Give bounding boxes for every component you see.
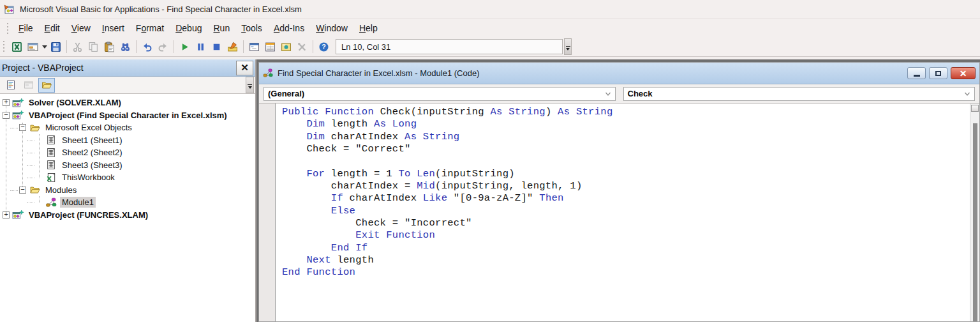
undo-icon [142,42,152,52]
toolbar-separator [174,40,174,53]
project-explorer-button[interactable] [246,39,262,54]
folder-icon [29,185,41,195]
tree-item-label: Sheet2 (Sheet2) [60,147,124,158]
cut-button[interactable] [70,39,85,54]
properties-window-button[interactable] [262,39,278,54]
tree-guide-stub [27,153,34,153]
object-dropdown[interactable]: (General) [264,87,616,101]
toolbar-grip[interactable] [3,40,5,54]
restore-button[interactable] [929,67,947,79]
tree-item[interactable]: Sheet2 (Sheet2) [0,146,255,159]
tree-item-label: Sheet3 (Sheet3) [60,160,124,171]
tree-item-label: Sheet1 (Sheet1) [60,135,124,146]
code-line: End Function [282,266,970,279]
toggle-folders-icon [41,80,52,90]
reset-button[interactable] [209,39,225,54]
object-browser-button[interactable] [278,39,294,54]
menu-debug[interactable]: Debug [170,21,207,35]
collapse-icon[interactable]: − [19,187,26,194]
code-window: Find Special Character in Excel.xlsm - M… [258,62,980,322]
view-excel-button[interactable] [9,39,25,54]
code-line: For length = 1 To Len(inputString) [282,168,970,180]
tree-item[interactable]: −Modules [0,184,255,197]
insert-userform-dropdown-button[interactable] [41,39,48,54]
code-line: Public Function Check(inputString As Str… [282,106,970,118]
tree-item[interactable]: Sheet3 (Sheet3) [0,159,255,172]
menu-format[interactable]: Format [130,21,170,35]
redo-button[interactable] [155,39,171,54]
margin-indicator-bar[interactable] [259,103,276,321]
tree-item[interactable]: −VBAProject (Find Special Character in E… [0,109,255,122]
toolbar-separator [136,40,137,53]
expand-icon[interactable]: + [3,211,10,218]
view-object-button[interactable] [20,78,37,93]
close-icon: ✕ [960,68,967,79]
menu-insert[interactable]: Insert [96,21,130,35]
tree-item[interactable]: −Microsoft Excel Objects [0,121,255,134]
view-code-button[interactable] [3,78,19,93]
design-mode-icon [227,42,238,52]
project-icon [12,98,24,108]
toolbar-separator [66,40,67,53]
code-line: charAtIndex = Mid(inputString, length, 1… [282,180,970,192]
toggle-folders-button[interactable] [38,78,55,93]
menu-help[interactable]: Help [353,21,383,35]
view-code-icon [6,80,16,90]
menu-grip[interactable] [6,22,9,34]
save-button[interactable] [48,39,64,54]
menu-file[interactable]: File [13,21,39,35]
minimize-button[interactable] [907,67,926,79]
toolbar-overflow-button[interactable] [564,38,572,55]
break-button[interactable] [193,39,209,54]
menu-addins[interactable]: Add-Ins [268,21,310,35]
tree-item[interactable]: ThisWorkbook [0,171,255,184]
help-icon: ? [318,42,329,52]
menu-tools[interactable]: Tools [235,21,268,35]
code-window-body: Public Function Check(inputString As Str… [259,103,979,321]
view-object-icon [24,80,34,90]
help-button[interactable]: ? [316,39,332,54]
undo-button[interactable] [139,39,155,54]
split-handle[interactable] [971,105,979,112]
collapse-icon[interactable]: − [19,124,26,131]
code-window-combo-row: (General) Check [259,84,979,103]
menu-edit[interactable]: Edit [39,21,66,35]
module-icon [45,197,57,208]
toolbar-separator [243,40,244,53]
paste-button[interactable] [101,39,117,54]
tree-item[interactable]: Sheet1 (Sheet1) [0,134,255,147]
toolbox-button[interactable] [294,39,310,54]
tree-item-label: ThisWorkbook [60,172,117,183]
project-panel-scroll-button[interactable] [246,77,254,93]
properties-window-icon [265,42,276,52]
menu-view[interactable]: View [66,21,96,35]
code-line: Dim length As Long [282,118,970,130]
project-panel-header: Project - VBAProject ✕ [0,59,255,77]
copy-button[interactable] [85,39,101,54]
expand-icon[interactable]: + [3,99,10,106]
workbook-icon [45,172,57,183]
project-tree: +Solver (SOLVER.XLAM)−VBAProject (Find S… [0,94,255,322]
scrollbar-thumb[interactable] [973,123,977,321]
close-button[interactable]: ✕ [951,67,976,79]
code-window-title: Find Special Character in Excel.xlsm - M… [278,68,907,78]
run-macro-button[interactable] [177,39,193,54]
tree-item[interactable]: +VBAProject (FUNCRES.XLAM) [0,209,255,222]
svg-text:?: ? [322,43,325,50]
paste-icon [104,42,115,52]
design-mode-button[interactable] [225,39,241,54]
chevron-down-icon [248,86,252,91]
code-editor[interactable]: Public Function Check(inputString As Str… [276,103,970,321]
collapse-icon[interactable]: − [3,112,10,119]
insert-userform-button[interactable] [25,39,41,54]
menu-run[interactable]: Run [207,21,235,35]
tree-item[interactable]: Module1 [0,196,255,209]
menu-window[interactable]: Window [310,21,353,35]
standard-toolbar: ? Ln 10, Col 31 [0,37,980,56]
find-button[interactable] [117,39,133,54]
procedure-dropdown-value: Check [624,89,961,98]
project-panel-close-button[interactable]: ✕ [236,61,253,75]
tree-item[interactable]: +Solver (SOLVER.XLAM) [0,96,255,109]
vertical-scrollbar[interactable] [970,103,979,321]
procedure-dropdown[interactable]: Check [623,87,976,101]
